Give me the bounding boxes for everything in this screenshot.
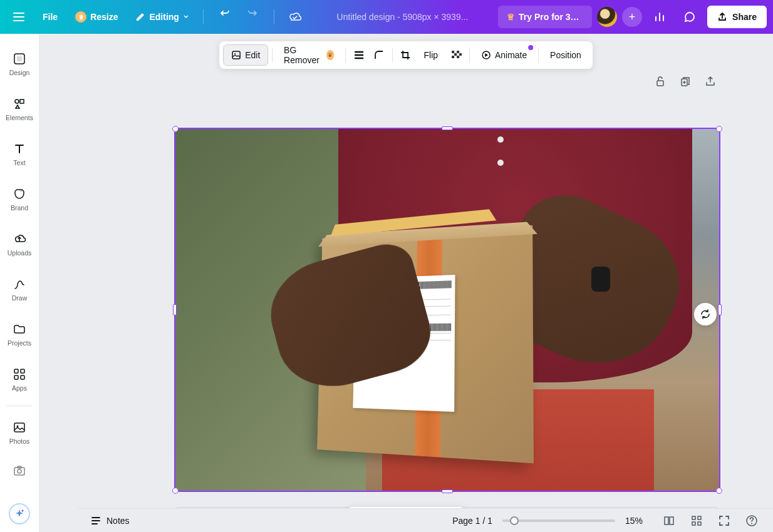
editing-label: Editing [149, 12, 179, 22]
resize-handle-br[interactable] [716, 488, 722, 494]
user-avatar[interactable] [597, 7, 617, 27]
analytics-button[interactable] [647, 4, 672, 29]
resize-handle-t[interactable] [442, 126, 453, 130]
svg-point-10 [17, 426, 19, 427]
transparency-icon [450, 49, 462, 61]
design-title[interactable]: Untitled design - 5908px × 3939... [337, 12, 469, 22]
flip-button[interactable]: Flip [417, 45, 446, 65]
brand-icon [12, 187, 27, 202]
svg-point-14 [22, 510, 24, 512]
export-page-button[interactable] [702, 73, 719, 90]
separator [392, 48, 393, 63]
svg-point-4 [20, 190, 23, 192]
svg-rect-31 [665, 517, 668, 524]
crop-icon [400, 49, 412, 61]
file-label: File [43, 12, 58, 22]
sparkle-icon [14, 508, 25, 519]
page-indicator[interactable]: Page 1 / 1 [452, 516, 492, 526]
svg-point-12 [18, 469, 21, 473]
file-menu[interactable]: File [36, 8, 64, 26]
refresh-icon [700, 309, 711, 320]
image-icon [231, 50, 241, 60]
resize-label: Resize [90, 12, 118, 22]
border-icon [353, 49, 365, 61]
sidebar-item-photos[interactable]: Photos [0, 410, 39, 455]
sidebar-label: Text [13, 159, 25, 166]
flip-label: Flip [424, 50, 438, 60]
svg-rect-5 [14, 369, 18, 373]
image-content: E USPS EXPRESS MAIL® USPS EXPRESS MAIL P… [175, 129, 719, 491]
draw-icon [12, 277, 27, 292]
editing-dropdown[interactable]: Editing [129, 8, 195, 26]
svg-rect-24 [657, 81, 663, 86]
help-button[interactable] [743, 512, 760, 529]
svg-rect-34 [698, 516, 701, 519]
text-icon [12, 141, 27, 156]
resize-handle-l[interactable] [173, 304, 177, 315]
duplicate-page-button[interactable] [677, 73, 694, 90]
page-view-button[interactable] [660, 512, 678, 529]
edit-label: Edit [245, 50, 260, 60]
corner-icon [373, 49, 385, 61]
sidebar-item-brand[interactable]: Brand [0, 176, 39, 222]
animate-label: Animate [495, 50, 527, 60]
apps-icon [12, 367, 27, 382]
menu-button[interactable] [6, 4, 31, 29]
sidebar-item-apps[interactable]: Apps [0, 357, 39, 402]
sidebar-item-text[interactable]: Text [0, 131, 39, 176]
sidebar-item-more[interactable] [0, 455, 39, 486]
try-pro-button[interactable]: ♕ Try Pro for 30 da... [498, 6, 592, 28]
bg-remover-button[interactable]: BG Remover ♕ [276, 40, 341, 70]
resize-handle-r[interactable] [718, 304, 722, 315]
camera-icon [12, 463, 27, 478]
selected-image[interactable]: E USPS EXPRESS MAIL® USPS EXPRESS MAIL P… [174, 128, 720, 492]
footer-bar: Notes Page 1 / 1 15% [78, 508, 773, 532]
corner-button[interactable] [370, 44, 388, 66]
design-icon [12, 51, 27, 66]
resize-handle-b[interactable] [442, 489, 453, 493]
notes-button[interactable]: Notes [90, 515, 130, 526]
magic-button[interactable] [9, 503, 30, 524]
resize-handle-bl[interactable] [172, 488, 179, 494]
add-member-button[interactable]: + [622, 7, 642, 27]
sidebar-item-draw[interactable]: Draw [0, 267, 39, 312]
share-button[interactable]: Share [707, 6, 767, 28]
svg-rect-35 [692, 522, 695, 525]
sidebar-item-uploads[interactable]: Uploads [0, 222, 39, 267]
resize-handle-tl[interactable] [172, 126, 179, 132]
transparency-button[interactable] [447, 44, 465, 66]
lock-button[interactable] [651, 73, 669, 90]
redo-button[interactable] [241, 4, 266, 29]
crown-icon: ♕ [507, 12, 515, 22]
svg-rect-11 [14, 468, 24, 475]
bg-remover-label: BG Remover [284, 45, 323, 65]
cloud-sync-button[interactable] [282, 4, 307, 29]
sidebar-label: Projects [8, 339, 31, 347]
canvas-area: Edit BG Remover ♕ Flip [39, 34, 773, 532]
photos-icon [12, 420, 27, 435]
separator [203, 9, 204, 24]
comment-button[interactable] [677, 4, 702, 29]
grid-view-button[interactable] [688, 512, 705, 529]
sidebar-item-projects[interactable]: Projects [0, 312, 39, 357]
zoom-thumb[interactable] [510, 516, 519, 525]
crop-button[interactable] [397, 44, 415, 66]
sidebar-item-design[interactable]: Design [0, 41, 39, 86]
position-button[interactable]: Position [542, 45, 589, 65]
resize-button[interactable]: ♕ Resize [69, 8, 124, 26]
zoom-slider[interactable] [502, 519, 615, 522]
border-style-button[interactable] [350, 44, 368, 66]
animate-button[interactable]: Animate [474, 45, 534, 65]
notes-label: Notes [106, 516, 130, 526]
sidebar-item-elements[interactable]: Elements [0, 86, 39, 131]
edit-button[interactable]: Edit [223, 44, 268, 66]
title-area: Untitled design - 5908px × 3939... [312, 12, 493, 22]
zoom-percentage[interactable]: 15% [625, 516, 650, 526]
refresh-button[interactable] [694, 303, 717, 325]
resize-handle-tr[interactable] [716, 126, 722, 132]
try-pro-label: Try Pro for 30 da... [519, 12, 583, 22]
svg-rect-20 [459, 53, 462, 56]
notes-icon [90, 515, 101, 526]
undo-button[interactable] [211, 4, 236, 29]
fullscreen-button[interactable] [715, 512, 733, 529]
